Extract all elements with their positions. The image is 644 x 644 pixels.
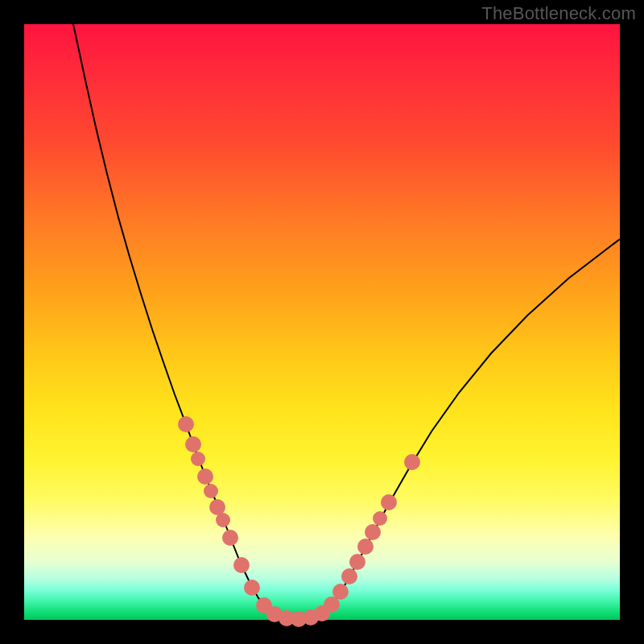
bead-marker — [185, 436, 201, 452]
bead-marker — [191, 452, 205, 466]
bead-marker — [373, 511, 387, 526]
bottleneck-curve — [73, 24, 620, 619]
bead-marker — [204, 484, 218, 498]
bead-marker — [233, 557, 250, 573]
chart-frame: TheBottleneck.com — [0, 0, 644, 644]
bead-marker — [222, 530, 238, 546]
chart-svg-layer — [24, 24, 620, 620]
bead-marker — [178, 416, 194, 432]
bead-marker — [197, 469, 213, 485]
bead-marker — [349, 554, 365, 570]
plot-area — [24, 24, 620, 620]
watermark-text: TheBottleneck.com — [481, 3, 636, 24]
bead-marker — [357, 539, 374, 555]
bead-marker — [381, 494, 397, 510]
bead-marker — [404, 454, 420, 470]
bead-marker — [216, 513, 230, 527]
bead-marker — [244, 580, 260, 596]
bead-markers-group — [178, 416, 420, 627]
bead-marker — [332, 584, 349, 600]
bead-marker — [365, 524, 381, 540]
bead-marker — [341, 568, 357, 584]
